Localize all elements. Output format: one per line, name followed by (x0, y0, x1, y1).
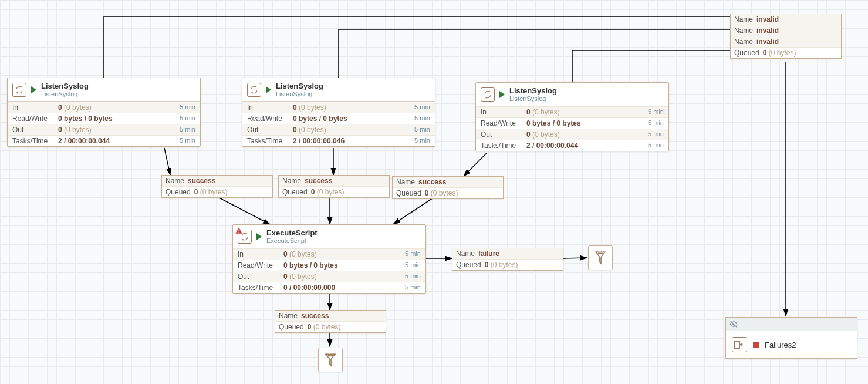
conn-queued: 0 (0 bytes) (308, 323, 341, 331)
processor-listensyslog-1[interactable]: ListenSyslog ListenSyslog In 0 (0 bytes)… (242, 78, 435, 147)
stat-label: Out (238, 272, 283, 281)
stat-value: 2 / 00:00:00.044 (58, 137, 180, 145)
stat-window: 5 min (648, 130, 664, 139)
conn-name: invalid (756, 26, 779, 35)
processor-icon (481, 87, 495, 102)
stat-value: 2 / 00:00:00.044 (526, 142, 648, 150)
conn-name: success (305, 177, 332, 185)
conn-name-row: Name success (393, 177, 503, 187)
stat-value: 0 (0 bytes) (58, 126, 180, 134)
funnel-1[interactable] (318, 348, 343, 372)
stat-window: 5 min (414, 114, 430, 123)
port-name: Failures2 (765, 341, 796, 349)
stat-value: 2 / 00:00:00.046 (293, 137, 414, 145)
output-port-failures2[interactable]: Failures2 (725, 317, 857, 359)
stat-label: In (12, 103, 58, 112)
processor-title: ListenSyslog (41, 82, 89, 90)
stat-window: 5 min (405, 250, 421, 258)
conn-queued-row: Queued 0 (0 bytes) (275, 321, 386, 332)
stat-label: Read/Write (247, 114, 293, 123)
funnel-0[interactable] (588, 245, 613, 270)
stat-value: 0 (0 bytes) (293, 103, 414, 112)
stat-window: 5 min (414, 137, 430, 145)
processor-header: ListenSyslog ListenSyslog (476, 83, 668, 106)
stat-row: In 0 (0 bytes) 5 min (8, 102, 200, 113)
warning-badge-icon (235, 227, 243, 235)
stat-row: Tasks/Time 0 / 00:00:00.000 5 min (233, 282, 425, 293)
stat-label: Read/Write (12, 114, 58, 123)
conn-name: failure (478, 250, 499, 258)
stat-window: 5 min (648, 119, 664, 127)
stat-label: Tasks/Time (481, 142, 526, 150)
connection-success-0[interactable]: Name success Queued 0 (0 bytes) (161, 175, 273, 198)
connection-success-2[interactable]: Name success Queued 0 (0 bytes) (392, 176, 504, 199)
stat-row: Out 0 (0 bytes) 5 min (242, 124, 435, 135)
connection-success-4[interactable]: Name success Queued 0 (0 bytes) (275, 310, 386, 333)
connection-invalid-2[interactable]: Name invalid Queued 0 (0 bytes) (730, 36, 842, 59)
conn-name: invalid (756, 15, 779, 23)
funnel-icon (593, 250, 608, 265)
stat-row: In 0 (0 bytes) 5 min (233, 248, 425, 260)
stat-row: Tasks/Time 2 / 00:00:00.044 5 min (8, 135, 200, 146)
conn-queued: 0 (0 bytes) (311, 188, 345, 196)
stat-window: 5 min (648, 108, 664, 116)
stat-row: In 0 (0 bytes) 5 min (242, 102, 435, 113)
stat-label: Out (247, 126, 293, 134)
stat-label: Read/Write (238, 261, 283, 270)
stat-label: Tasks/Time (247, 137, 293, 145)
conn-name-row: Name success (275, 311, 386, 321)
conn-queued-row: Queued 0 (0 bytes) (393, 187, 503, 198)
stat-label: In (247, 103, 293, 112)
connection-success-1[interactable]: Name success Queued 0 (0 bytes) (278, 175, 390, 198)
conn-queued-row: Queued 0 (0 bytes) (162, 186, 272, 197)
conn-name-row: Name invalid (731, 14, 841, 25)
conn-name: success (418, 178, 446, 186)
stat-value: 0 (0 bytes) (283, 272, 405, 281)
conn-queued: 0 (0 bytes) (485, 261, 518, 269)
connection-invalid-0[interactable]: Name invalid Queued (730, 14, 842, 25)
processor-icon (238, 230, 252, 244)
conn-name-row: Name failure (452, 248, 563, 259)
connection-failure-3[interactable]: Name failure Queued 0 (0 bytes) (452, 248, 563, 271)
conn-name-row: Name invalid (731, 25, 841, 36)
stat-label: In (481, 108, 526, 116)
conn-queued-row: Queued 0 (0 bytes) (731, 47, 841, 58)
stat-window: 5 min (180, 137, 195, 145)
processor-subtitle: ListenSyslog (509, 95, 557, 102)
stat-value: 0 (0 bytes) (293, 126, 414, 134)
stat-window: 5 min (405, 261, 421, 270)
eye-off-icon (729, 320, 738, 328)
stat-window: 5 min (180, 126, 195, 134)
processor-listensyslog-2[interactable]: ListenSyslog ListenSyslog In 0 (0 bytes)… (475, 82, 669, 151)
connection-invalid-1[interactable]: Name invalid Queued (730, 25, 842, 36)
svg-rect-1 (238, 232, 239, 233)
stat-window: 5 min (405, 284, 421, 292)
funnel-icon (323, 352, 338, 368)
conn-name-row: Name success (162, 176, 272, 186)
processor-listensyslog-0[interactable]: ListenSyslog ListenSyslog In 0 (0 bytes)… (7, 78, 201, 147)
port-header (726, 318, 857, 331)
stat-row: Read/Write 0 bytes / 0 bytes 5 min (8, 113, 200, 124)
stat-value: 0 (0 bytes) (58, 103, 180, 112)
processor-executescript-3[interactable]: ExecuteScript ExecuteScript In 0 (0 byte… (232, 224, 426, 294)
stat-row: Out 0 (0 bytes) 5 min (476, 129, 668, 140)
stat-value: 0 (0 bytes) (526, 108, 648, 116)
running-indicator-icon (266, 86, 271, 93)
stat-window: 5 min (180, 103, 195, 112)
stat-row: Out 0 (0 bytes) 5 min (233, 271, 425, 282)
conn-queued-row: Queued 0 (0 bytes) (452, 259, 563, 270)
processor-icon (12, 83, 26, 97)
stat-value: 0 / 00:00:00.000 (283, 284, 405, 292)
stat-value: 0 bytes / 0 bytes (283, 261, 405, 270)
conn-queued-row: Queued 0 (0 bytes) (279, 186, 389, 197)
conn-queued: 0 (0 bytes) (194, 188, 228, 196)
connection-stack-invalid[interactable]: Name invalid Queued Name invalid Queued … (730, 14, 842, 59)
stat-value: 0 (0 bytes) (283, 250, 405, 258)
stat-row: Out 0 (0 bytes) 5 min (8, 124, 200, 135)
conn-queued: 0 (0 bytes) (425, 189, 458, 197)
processor-subtitle: ListenSyslog (276, 90, 323, 97)
processor-header: ListenSyslog ListenSyslog (242, 78, 435, 102)
stat-window: 5 min (180, 114, 195, 123)
processor-title: ExecuteScript (266, 228, 318, 237)
stat-row: Read/Write 0 bytes / 0 bytes 5 min (476, 117, 668, 129)
